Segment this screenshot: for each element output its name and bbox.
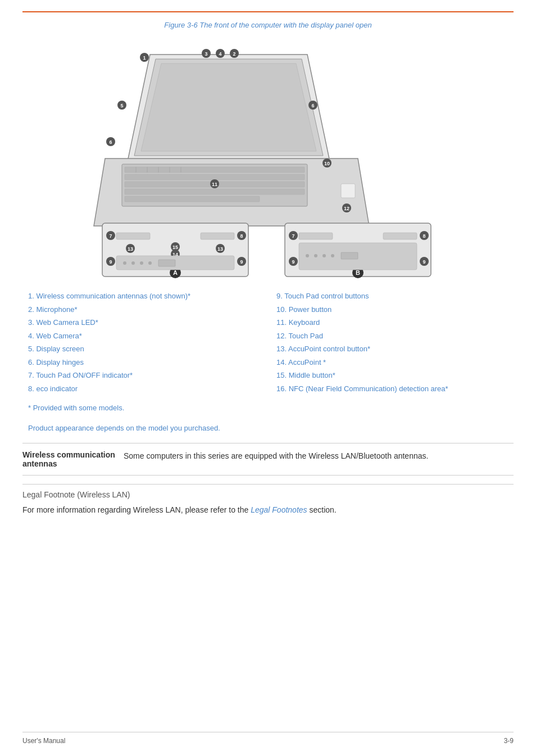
figure-caption: Figure 3-6 The front of the computer wit… (22, 21, 514, 29)
svg-text:9: 9 (109, 259, 112, 265)
svg-point-58 (140, 261, 143, 265)
svg-rect-60 (158, 260, 175, 266)
part-item-16: 16. NFC (Near Field Communication) detec… (276, 383, 508, 395)
svg-text:9: 9 (292, 259, 294, 265)
part-item-2: 2. Microphone* (28, 304, 260, 315)
info-desc: Some computers in this series are equipp… (124, 450, 428, 468)
svg-rect-83 (341, 252, 358, 259)
page-footer: User's Manual 3-9 (22, 732, 514, 745)
svg-rect-73 (383, 233, 417, 239)
svg-text:11: 11 (212, 182, 217, 187)
svg-point-80 (314, 254, 317, 257)
svg-text:3: 3 (205, 51, 207, 57)
svg-text:15: 15 (172, 245, 178, 250)
part-item-3: 3. Web Camera LED* (28, 317, 260, 328)
svg-text:4: 4 (219, 51, 221, 57)
svg-text:9: 9 (423, 259, 425, 265)
svg-point-57 (131, 261, 135, 265)
info-row-wireless: Wireless communication antennas Some com… (22, 443, 514, 475)
part-item-12: 12. Touch Pad (276, 331, 508, 342)
svg-text:7: 7 (292, 233, 294, 239)
parts-list-right: 9. Touch Pad control buttons 10. Power b… (276, 291, 508, 394)
svg-text:8: 8 (423, 233, 425, 239)
svg-text:1: 1 (143, 55, 146, 61)
legal-footnotes-link[interactable]: Legal Footnotes (251, 505, 307, 514)
footer-right: 3-9 (504, 737, 514, 745)
part-item-8: 8. eco indicator (28, 383, 260, 395)
svg-text:10: 10 (324, 161, 330, 166)
parts-list-left: 1. Wireless communication antennas (not … (28, 291, 260, 394)
info-term: Wireless communication antennas (22, 450, 124, 468)
svg-text:8: 8 (240, 233, 243, 239)
svg-rect-35 (341, 184, 355, 198)
svg-text:B: B (356, 269, 360, 276)
svg-rect-43 (116, 233, 150, 239)
svg-point-79 (306, 254, 309, 257)
part-item-1: 1. Wireless communication antennas (not … (28, 291, 260, 302)
part-item-10: 10. Power button (276, 304, 508, 315)
svg-point-82 (331, 254, 334, 257)
svg-text:7: 7 (109, 233, 112, 239)
info-table: Wireless communication antennas Some com… (22, 443, 514, 476)
footnote-line2: Product appearance depends on the model … (28, 423, 508, 434)
svg-text:A: A (173, 269, 178, 276)
legal-title: Legal Footnote (Wireless LAN) (22, 490, 514, 499)
part-item-9: 9. Touch Pad control buttons (276, 291, 508, 302)
legal-text-before: For more information regarding Wireless … (22, 505, 251, 514)
footnote-line1: * Provided with some models. (28, 402, 508, 414)
part-item-6: 6. Display hinges (28, 357, 260, 368)
svg-text:9: 9 (240, 259, 243, 265)
svg-text:5: 5 (120, 103, 123, 108)
legal-section: Legal Footnote (Wireless LAN) For more i… (22, 484, 514, 516)
svg-rect-23 (125, 196, 260, 202)
svg-marker-2 (141, 64, 316, 151)
parts-list: 1. Wireless communication antennas (not … (22, 291, 514, 394)
svg-text:2: 2 (233, 51, 235, 57)
svg-rect-20 (125, 174, 305, 180)
part-item-11: 11. Keyboard (276, 317, 508, 328)
svg-rect-70 (299, 233, 333, 239)
svg-point-56 (123, 261, 126, 265)
part-item-7: 7. Touch Pad ON/OFF indicator* (28, 370, 260, 381)
svg-text:13: 13 (128, 246, 133, 252)
svg-text:13: 13 (217, 246, 223, 252)
svg-text:12: 12 (344, 206, 349, 211)
legal-text-after: section. (307, 505, 337, 514)
footer-left: User's Manual (22, 737, 65, 745)
part-item-14: 14. AccuPoint * (276, 357, 508, 368)
legal-text: For more information regarding Wireless … (22, 504, 514, 516)
laptop-diagram: 1 3 4 2 5 6 (71, 38, 465, 279)
svg-point-81 (322, 254, 326, 257)
part-item-4: 4. Web Camera* (28, 331, 260, 342)
part-item-15: 15. Middle button* (276, 370, 508, 381)
svg-text:6: 6 (109, 139, 112, 145)
footnote-section: * Provided with some models. Product app… (22, 402, 514, 434)
part-item-13: 13. AccuPoint control button* (276, 343, 508, 355)
svg-rect-19 (125, 167, 305, 173)
part-item-5: 5. Display screen (28, 343, 260, 355)
svg-point-59 (148, 261, 152, 265)
svg-text:6: 6 (311, 103, 314, 108)
svg-rect-22 (125, 189, 305, 194)
diagram-area: 1 3 4 2 5 6 (22, 38, 514, 279)
svg-rect-46 (201, 233, 234, 239)
top-border (22, 11, 514, 12)
